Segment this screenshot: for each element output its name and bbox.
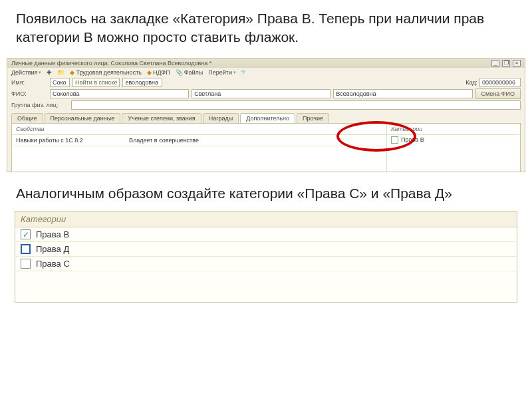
window-restore-icon[interactable]: ❐ [502, 60, 510, 66]
fio-last-input[interactable]: Соколова [50, 89, 189, 98]
tab-awards[interactable]: Награды [203, 113, 239, 123]
tab-degrees[interactable]: Ученые степени, звания [122, 113, 201, 123]
toolbar-goto-label: Перейти [208, 69, 232, 76]
paperclip-icon: 📎 [176, 69, 183, 76]
category-label: Права С [36, 259, 70, 269]
window-title: Личные данные физического лица: Соколова… [11, 60, 211, 66]
form-row-group: Группа физ. лиц: [7, 100, 525, 110]
heading-text-2: Аналогичным образом создайте категории «… [0, 172, 532, 209]
window-titlebar: Личные данные физического лица: Соколова… [7, 59, 525, 68]
toolbar-help-icon[interactable]: ? [241, 69, 245, 76]
checkbox-selected-icon[interactable] [21, 244, 31, 254]
toolbar-trud[interactable]: ◆ Трудовая деятельность [70, 69, 142, 76]
app-window-screenshot: Личные данные физического лица: Соколова… [7, 58, 525, 172]
imya-input-2[interactable]: еволодовна [122, 78, 162, 87]
categories-header-small: Категории [387, 124, 520, 135]
imya-label: Имя: [11, 79, 47, 86]
category-row[interactable]: Права С [15, 257, 517, 271]
fio-patronymic-input[interactable]: Всеволодовна [333, 89, 472, 98]
heading-text-1: Появилось на закладке «Категория» Права … [0, 0, 532, 54]
property-value: Владеет в совершенстве [125, 135, 386, 146]
chevron-down-icon: ▾ [39, 70, 41, 75]
toolbar-actions[interactable]: Действия ▾ [11, 69, 41, 76]
shield-icon: ◆ [70, 69, 74, 76]
categories-panel-large: Категории ✓ Права В Права Д Права С [15, 211, 517, 303]
code-input[interactable]: 0000000006 [479, 78, 521, 87]
toolbar-ndfp[interactable]: ◆ НДФП [147, 69, 170, 76]
fio-label: ФИО: [11, 90, 47, 97]
tab-personal[interactable]: Персональные данные [45, 113, 121, 123]
categories-header-large: Категории [15, 211, 517, 227]
categories-panel-small: Категории Права В [387, 124, 520, 172]
tab-other[interactable]: Прочие [297, 113, 329, 123]
find-in-list-button[interactable]: Найти в списке [72, 78, 120, 87]
code-label: Код: [466, 79, 477, 86]
category-label: Права В [36, 229, 69, 239]
tabbar: Общие Персональные данные Ученые степени… [11, 113, 521, 123]
form-row-fio: ФИО: Соколова Светлана Всеволодовна Смен… [7, 88, 525, 100]
category-row[interactable]: ✓ Права В [15, 227, 517, 242]
toolbar-new-icon[interactable]: ✚ [47, 69, 52, 76]
tab-additional[interactable]: Дополнительно [240, 113, 295, 123]
group-input[interactable] [71, 100, 521, 110]
toolbar-trud-label: Трудовая деятельность [76, 69, 142, 76]
category-row-small[interactable]: Права В [387, 135, 520, 145]
fio-first-input[interactable]: Светлана [192, 89, 331, 98]
toolbar-files[interactable]: 📎 Файлы [176, 69, 203, 76]
category-row[interactable]: Права Д [15, 242, 517, 257]
window-toolbar: Действия ▾ ✚ 📁 ◆ Трудовая деятельность ◆… [7, 68, 525, 77]
window-minimize-icon[interactable]: _ [491, 60, 499, 66]
form-row-imya: Имя: Соко Найти в списке еволодовна Код:… [7, 77, 525, 88]
group-label: Группа физ. лиц: [11, 102, 68, 108]
property-key: Навыки работы с 1С 8.2 [12, 135, 125, 146]
toolbar-ndfp-label: НДФП [153, 69, 170, 76]
chevron-down-icon: ▾ [233, 70, 236, 75]
checkbox-icon[interactable] [21, 259, 31, 269]
toolbar-folder-icon[interactable]: 📁 [57, 69, 65, 76]
tab-body: Свойства Навыки работы с 1С 8.2 Владеет … [11, 123, 521, 172]
tab-general[interactable]: Общие [11, 113, 43, 123]
property-row[interactable]: Навыки работы с 1С 8.2 Владеет в соверше… [12, 135, 386, 146]
window-close-icon[interactable]: × [513, 60, 521, 66]
properties-panel: Свойства Навыки работы с 1С 8.2 Владеет … [12, 124, 387, 172]
checkbox-checked-icon[interactable]: ✓ [21, 229, 31, 239]
shield-icon: ◆ [147, 69, 152, 76]
toolbar-goto[interactable]: Перейти ▾ [208, 69, 236, 76]
checkbox-icon[interactable] [391, 136, 398, 144]
toolbar-actions-label: Действия [11, 69, 37, 76]
properties-header: Свойства [12, 124, 386, 135]
smena-fio-button[interactable]: Смена ФИО [475, 88, 521, 99]
toolbar-files-label: Файлы [184, 69, 203, 76]
category-label: Права Д [36, 244, 69, 254]
imya-input-1[interactable]: Соко [50, 78, 70, 87]
category-label-small: Права В [401, 136, 424, 143]
